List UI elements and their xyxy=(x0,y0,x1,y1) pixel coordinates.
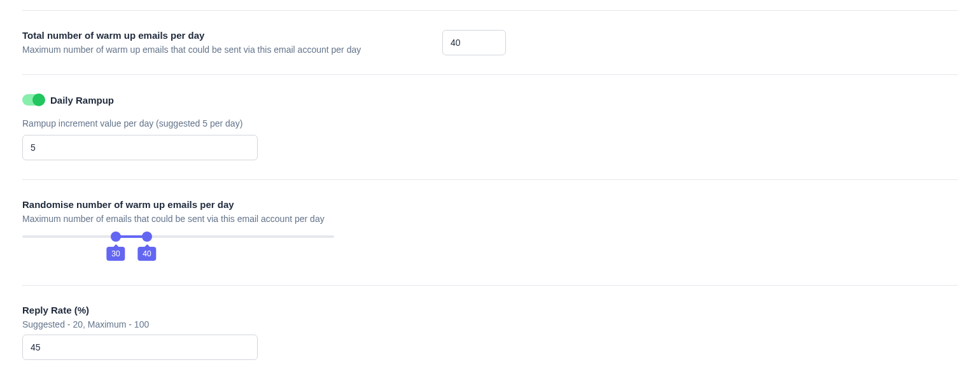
toggle-knob xyxy=(32,93,45,106)
slider-tip-low: 30 xyxy=(106,247,125,261)
rampup-increment-label: Rampup increment value per day (suggeste… xyxy=(22,118,958,128)
randomise-title: Randomise number of warm up emails per d… xyxy=(22,199,958,210)
slider-tip-high: 40 xyxy=(137,247,156,261)
slider-handle-low[interactable] xyxy=(111,232,121,242)
daily-rampup-section: Daily Rampup Rampup increment value per … xyxy=(22,74,958,179)
rampup-increment-input[interactable] xyxy=(22,135,258,160)
randomise-section: Randomise number of warm up emails per d… xyxy=(22,179,958,285)
randomise-slider[interactable]: 30 40 xyxy=(22,233,334,266)
reply-rate-section: Reply Rate (%) Suggested - 20, Maximum -… xyxy=(22,285,958,367)
slider-handle-high[interactable] xyxy=(142,232,152,242)
total-emails-title: Total number of warm up emails per day xyxy=(22,30,442,41)
daily-rampup-label: Daily Rampup xyxy=(50,95,114,106)
reply-rate-input[interactable] xyxy=(22,335,258,360)
total-emails-desc: Maximum number of warm up emails that co… xyxy=(22,45,442,55)
total-emails-section: Total number of warm up emails per day M… xyxy=(22,10,958,74)
randomise-desc: Maximum number of emails that could be s… xyxy=(22,214,958,224)
reply-rate-title: Reply Rate (%) xyxy=(22,305,958,315)
slider-track xyxy=(22,235,334,238)
total-emails-input[interactable] xyxy=(442,30,506,55)
reply-rate-desc: Suggested - 20, Maximum - 100 xyxy=(22,319,958,329)
daily-rampup-toggle[interactable] xyxy=(22,94,44,106)
